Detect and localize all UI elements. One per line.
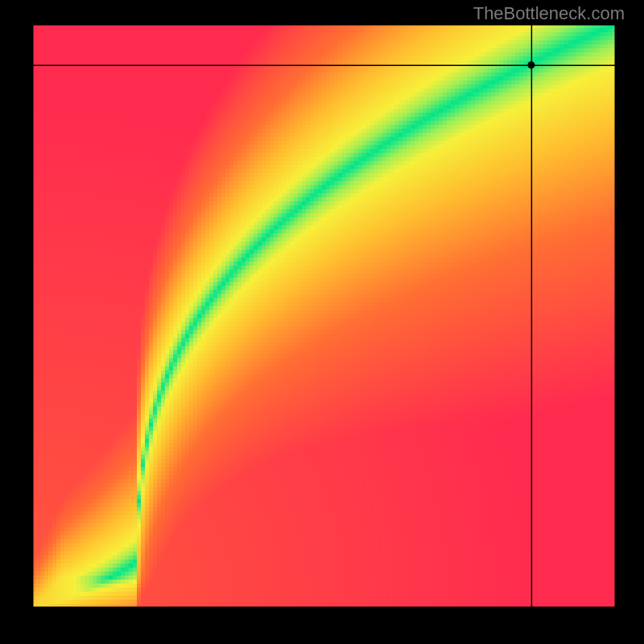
watermark-text: TheBottleneck.com xyxy=(473,3,625,24)
heatmap-canvas xyxy=(32,24,616,608)
heatmap-plot xyxy=(32,24,616,608)
chart-container: TheBottleneck.com xyxy=(0,0,644,644)
